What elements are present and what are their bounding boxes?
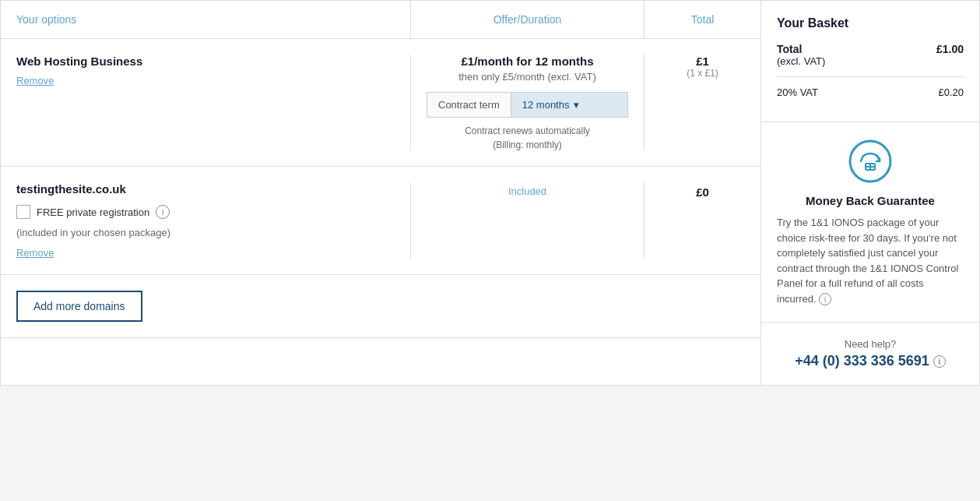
product-info: Web Hosting Business Remove — [1, 55, 410, 150]
basket-total-value: £1.00 — [936, 43, 964, 67]
contract-renews-text: Contract renews automatically — [427, 125, 628, 136]
add-domains-row: Add more domains — [1, 275, 760, 338]
free-registration-row: FREE private registration i — [16, 205, 395, 219]
money-back-info-icon[interactable]: i — [819, 293, 831, 305]
basket-divider — [777, 76, 964, 77]
contract-term-box: Contract term 12 months ▾ — [427, 92, 628, 118]
phone-number: +44 (0) 333 336 5691 i — [777, 353, 964, 369]
basket-section: Your Basket Total (excl. VAT) £1.00 20% … — [761, 1, 979, 122]
basket-vat-label: 20% VAT — [777, 86, 818, 98]
product-offer: £1/month for 12 months then only £5/mont… — [410, 55, 644, 150]
info-icon[interactable]: i — [156, 205, 170, 219]
free-registration-checkbox[interactable] — [16, 205, 30, 219]
money-back-section: Money Back Guarantee Try the 1&1 IONOS p… — [761, 122, 979, 323]
domain-included-text: Included — [508, 182, 546, 197]
need-help-label: Need help? — [777, 338, 964, 350]
right-panel: Your Basket Total (excl. VAT) £1.00 20% … — [761, 1, 979, 385]
help-section: Need help? +44 (0) 333 336 5691 i — [761, 323, 979, 385]
svg-point-0 — [850, 141, 890, 182]
domain-info: testingthesite.co.uk FREE private regist… — [1, 182, 410, 259]
basket-vat-row: 20% VAT £0.20 — [777, 86, 964, 98]
money-back-text: Try the 1&1 IONOS package of your choice… — [777, 215, 964, 306]
domain-remove-link[interactable]: Remove — [16, 247, 54, 259]
total-header: Total — [644, 1, 760, 38]
included-note: (included in your chosen package) — [16, 227, 395, 238]
contract-term-select[interactable]: 12 months ▾ — [511, 93, 627, 117]
product-total-calc: (1 x £1) — [660, 68, 745, 79]
phone-info-icon[interactable]: i — [933, 355, 946, 368]
add-domains-button[interactable]: Add more domains — [16, 291, 142, 322]
product-total-amount: £1 — [660, 55, 745, 68]
contract-term-label: Contract term — [427, 93, 511, 117]
basket-total-row: Total (excl. VAT) £1.00 — [777, 43, 964, 67]
product-total: £1 (1 x £1) — [644, 55, 760, 150]
domain-row: testingthesite.co.uk FREE private regist… — [1, 167, 760, 275]
basket-total-label: Total (excl. VAT) — [777, 43, 825, 67]
basket-title: Your Basket — [777, 16, 964, 30]
product-remove-link[interactable]: Remove — [16, 75, 54, 86]
offer-main-text: £1/month for 12 months — [427, 55, 628, 68]
offer-sub-text: then only £5/month (excl. VAT) — [427, 71, 628, 83]
product-name: Web Hosting Business — [16, 55, 395, 68]
basket-vat-value: £0.20 — [938, 86, 964, 98]
chevron-down-icon: ▾ — [574, 99, 579, 111]
domain-price: £0 — [696, 182, 709, 199]
domain-total: £0 — [644, 182, 760, 259]
contract-term-value: 12 months — [522, 99, 570, 111]
free-registration-label: FREE private registration — [37, 206, 149, 218]
money-back-title: Money Back Guarantee — [777, 194, 964, 207]
table-header: Your options Offer/Duration Total — [1, 1, 760, 39]
offer-header: Offer/Duration — [410, 1, 644, 38]
options-header: Your options — [1, 1, 410, 38]
domain-offer: Included — [410, 182, 644, 259]
product-row: Web Hosting Business Remove £1/month for… — [1, 39, 760, 167]
billing-info-text: (Billing: monthly) — [427, 139, 628, 150]
money-back-icon — [847, 138, 894, 185]
domain-name: testingthesite.co.uk — [16, 182, 395, 196]
